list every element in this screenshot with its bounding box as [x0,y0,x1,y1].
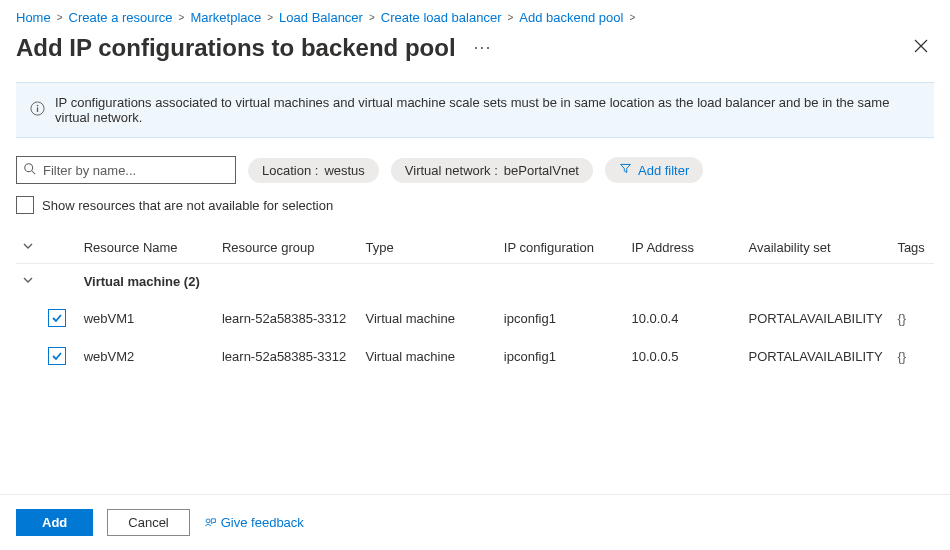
checkmark-icon [51,312,63,324]
group-row-vm[interactable]: Virtual machine (2) [16,264,934,300]
checkmark-icon [51,350,63,362]
show-unavailable-checkbox[interactable] [16,196,34,214]
breadcrumb: Home> Create a resource> Marketplace> Lo… [0,0,950,29]
filter-vnet-value: bePortalVnet [504,163,579,178]
add-filter-button[interactable]: Add filter [605,157,703,183]
cell-tags: {} [891,337,934,375]
info-banner: IP configurations associated to virtual … [16,82,934,138]
chevron-right-icon: > [629,12,635,23]
filter-location-label: Location : [262,163,318,178]
breadcrumb-create-resource[interactable]: Create a resource [69,10,173,25]
cell-name: webVM2 [78,337,216,375]
cell-ipconfig: ipconfig1 [498,299,626,337]
col-header-name[interactable]: Resource Name [78,232,216,264]
filter-icon [619,162,632,178]
cancel-button[interactable]: Cancel [107,509,189,536]
info-icon [30,101,45,119]
expand-all-toggle[interactable] [22,240,34,252]
chevron-right-icon: > [369,12,375,23]
filter-search[interactable] [16,156,236,184]
cell-ip: 10.0.0.4 [625,299,742,337]
info-text: IP configurations associated to virtual … [55,95,920,125]
svg-rect-2 [37,107,38,112]
svg-point-5 [206,519,210,523]
breadcrumb-marketplace[interactable]: Marketplace [190,10,261,25]
give-feedback-label: Give feedback [221,515,304,530]
feedback-icon [204,516,217,529]
chevron-down-icon [22,274,34,286]
breadcrumb-load-balancer[interactable]: Load Balancer [279,10,363,25]
svg-point-1 [37,105,39,107]
give-feedback-link[interactable]: Give feedback [204,515,304,530]
footer-bar: Add Cancel Give feedback [0,494,950,550]
breadcrumb-add-backend-pool[interactable]: Add backend pool [519,10,623,25]
filter-search-input[interactable] [43,163,229,178]
add-button[interactable]: Add [16,509,93,536]
filter-pill-location[interactable]: Location : westus [248,158,379,183]
cell-rg: learn-52a58385-3312 [216,337,360,375]
table-row[interactable]: webVM1 learn-52a58385-3312 Virtual machi… [16,299,934,337]
chevron-down-icon [22,240,34,252]
cell-ip: 10.0.0.5 [625,337,742,375]
svg-line-4 [32,170,36,174]
cell-type: Virtual machine [360,299,498,337]
breadcrumb-home[interactable]: Home [16,10,51,25]
resource-table: Resource Name Resource group Type IP con… [16,232,934,375]
chevron-right-icon: > [507,12,513,23]
cell-rg: learn-52a58385-3312 [216,299,360,337]
search-icon [23,162,37,179]
svg-point-3 [25,163,33,171]
cell-availset: PORTALAVAILABILITY [742,337,891,375]
close-button[interactable] [908,33,934,62]
table-row[interactable]: webVM2 learn-52a58385-3312 Virtual machi… [16,337,934,375]
chevron-right-icon: > [57,12,63,23]
col-header-type[interactable]: Type [360,232,498,264]
filter-pill-vnet[interactable]: Virtual network : bePortalVnet [391,158,593,183]
close-icon [914,39,928,53]
col-header-rg[interactable]: Resource group [216,232,360,264]
filter-vnet-label: Virtual network : [405,163,498,178]
cell-availset: PORTALAVAILABILITY [742,299,891,337]
col-header-tags[interactable]: Tags [891,232,934,264]
filter-location-value: westus [324,163,364,178]
cell-name: webVM1 [78,299,216,337]
group-toggle[interactable] [22,274,34,286]
row-checkbox[interactable] [48,347,66,365]
col-header-availset[interactable]: Availability set [742,232,891,264]
cell-type: Virtual machine [360,337,498,375]
col-header-ipconfig[interactable]: IP configuration [498,232,626,264]
breadcrumb-create-lb[interactable]: Create load balancer [381,10,502,25]
row-checkbox[interactable] [48,309,66,327]
group-label: Virtual machine (2) [78,264,934,300]
page-title: Add IP configurations to backend pool [16,34,456,62]
chevron-right-icon: > [179,12,185,23]
add-filter-label: Add filter [638,163,689,178]
col-header-ip[interactable]: IP Address [625,232,742,264]
chevron-right-icon: > [267,12,273,23]
more-menu-icon[interactable]: ··· [466,37,500,58]
show-unavailable-label: Show resources that are not available fo… [42,198,333,213]
cell-ipconfig: ipconfig1 [498,337,626,375]
cell-tags: {} [891,299,934,337]
